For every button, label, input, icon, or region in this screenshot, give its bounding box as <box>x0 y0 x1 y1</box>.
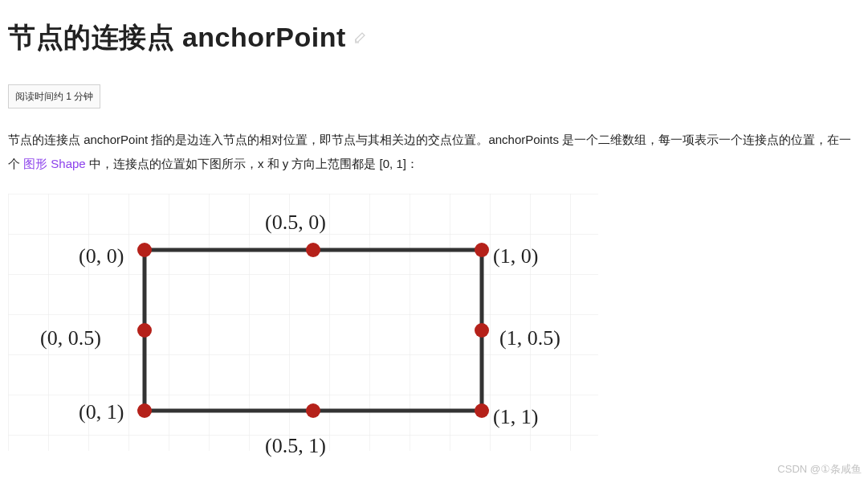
page-title: 节点的连接点 anchorPoint <box>8 10 860 64</box>
watermark: CSDN @①条咸鱼 <box>777 459 862 480</box>
page-title-text: 节点的连接点 anchorPoint <box>8 10 346 64</box>
dot-0.5-0 <box>306 243 320 257</box>
label-bottom-mid: (0.5, 1) <box>265 425 326 467</box>
label-top-left: (0, 0) <box>79 235 124 277</box>
intro-paragraph: 节点的连接点 anchorPoint 指的是边连入节点的相对位置，即节点与其相关… <box>8 128 860 176</box>
dot-0-1 <box>137 403 152 418</box>
anchor-point-diagram: (0.5, 0) (0, 0) (1, 0) (0, 0.5) (1, 0.5)… <box>8 194 598 451</box>
shape-link[interactable]: 图形 Shape <box>23 157 86 170</box>
dot-1-0 <box>475 243 489 257</box>
label-top-mid: (0.5, 0) <box>265 202 326 244</box>
label-top-right: (1, 0) <box>493 235 538 277</box>
label-bottom-right: (1, 1) <box>493 396 538 438</box>
label-mid-right: (1, 0.5) <box>499 317 560 359</box>
label-mid-left: (0, 0.5) <box>40 317 101 359</box>
edit-icon[interactable] <box>354 31 367 43</box>
dot-0.5-1 <box>306 403 320 418</box>
reading-time-badge: 阅读时间约 1 分钟 <box>8 84 100 108</box>
dot-0-0.5 <box>137 323 152 338</box>
label-bottom-left: (0, 1) <box>79 391 124 433</box>
dot-1-1 <box>475 403 489 418</box>
intro-text-2: 中，连接点的位置如下图所示，x 和 y 方向上范围都是 [0, 1]： <box>86 157 418 170</box>
dot-0-0 <box>137 243 152 257</box>
dot-1-0.5 <box>475 323 489 338</box>
